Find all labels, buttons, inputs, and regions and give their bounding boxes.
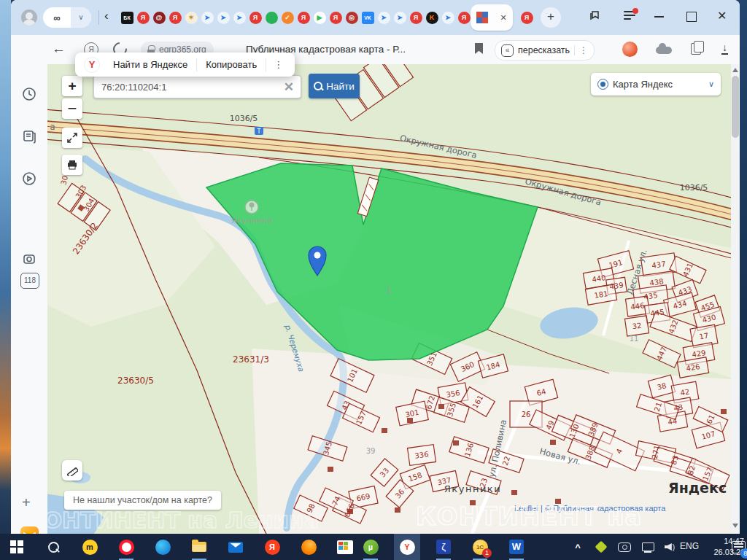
screenshot-icon[interactable] — [21, 251, 37, 267]
cadastral-map[interactable]: Т 30330430123630/223630/523631/311914374… — [47, 64, 740, 534]
video-icon[interactable] — [21, 171, 37, 187]
find-button[interactable]: Найти — [309, 74, 360, 98]
tab-strip[interactable]: БКЯ@Я✶➤➤➤Я✓Я▶Я◎VK➤➤ЯK➤Я — [119, 6, 472, 29]
window-close-button[interactable]: ✕ — [717, 9, 727, 23]
tab-favicon[interactable]: Я — [167, 6, 183, 29]
scroll-up-arrow[interactable] — [732, 68, 738, 72]
notification-center-icon[interactable]: 8 — [729, 538, 747, 556]
taskbar-search-icon[interactable] — [44, 538, 62, 556]
menu-item-copy[interactable]: Копировать — [197, 59, 266, 70]
tab-favicon[interactable]: ➤ — [440, 6, 456, 29]
tab-favicon[interactable] — [263, 6, 279, 29]
tab-favicon[interactable]: Я — [408, 6, 424, 29]
profile-avatar[interactable] — [21, 9, 37, 26]
microsoft-store-icon[interactable] — [336, 538, 354, 556]
mercury-app-icon[interactable]: m — [81, 538, 98, 556]
window-minimize-button[interactable] — [654, 16, 664, 18]
taskbar: m Я µ Y ζ 1С 1 W ^ ) ENG 14:47 26.03.202… — [0, 534, 747, 560]
retell-menu-icon[interactable]: ⋮ — [579, 45, 588, 55]
tab-scroll-left-button[interactable]: ‹ — [104, 9, 109, 23]
tab-favicon[interactable]: ▶ — [311, 6, 328, 29]
tab-favicon[interactable]: Я — [295, 6, 311, 29]
menu-more-icon[interactable]: ⋮ — [266, 59, 290, 70]
mail-app-icon[interactable] — [227, 538, 244, 556]
window-maximize-button[interactable] — [686, 12, 697, 22]
tab-favicon[interactable]: ◎ — [344, 6, 360, 29]
measure-button[interactable] — [62, 460, 82, 481]
tab-favicon[interactable]: Я — [135, 6, 151, 29]
tab-favicon[interactable]: Я — [328, 6, 344, 29]
yandex-browser-icon[interactable]: Y — [398, 538, 416, 556]
map-canvas: Т — [47, 64, 731, 534]
side-panels-icon[interactable] — [589, 9, 600, 23]
opera-icon[interactable] — [117, 538, 135, 556]
edge-icon[interactable] — [154, 538, 171, 556]
parcel-search-input[interactable] — [94, 82, 277, 93]
tab-favicon[interactable]: ✶ — [183, 6, 199, 29]
zoom-out-button[interactable]: − — [62, 98, 82, 119]
tab-favicon[interactable]: @ — [151, 6, 167, 29]
start-button[interactable] — [8, 538, 26, 556]
tab-favicon[interactable]: VK — [360, 6, 376, 29]
tabbar-divider — [98, 10, 99, 25]
sidebar-add-icon[interactable]: + — [22, 494, 31, 511]
file-explorer-icon[interactable] — [190, 538, 208, 556]
tab-favicon[interactable]: БК — [119, 6, 135, 29]
tray-expand-icon[interactable]: ^ — [569, 538, 587, 556]
language-indicator[interactable]: ENG — [680, 541, 699, 551]
tab-counter-icon[interactable]: 118 — [20, 273, 39, 289]
chevron-down-icon[interactable]: ∨ — [71, 7, 91, 28]
new-tab-button[interactable]: + — [541, 7, 561, 28]
word-icon[interactable]: W — [508, 538, 525, 556]
collections-icon[interactable] — [691, 43, 701, 55]
tab-favicon[interactable]: ✓ — [279, 6, 295, 29]
page-scrollbar[interactable] — [731, 64, 740, 534]
tab-favicon[interactable]: ➤ — [376, 6, 392, 29]
tab-favicon[interactable]: ➤ — [215, 6, 231, 29]
notification-badge: 8 — [740, 548, 747, 559]
parcel-search-box[interactable]: ✕ — [93, 75, 301, 98]
tab-favicon[interactable]: ➤ — [199, 6, 215, 29]
utorrent-icon[interactable]: µ — [362, 538, 379, 556]
tab-favicon[interactable]: Я — [456, 6, 472, 29]
transit-stop-icon: Т — [255, 127, 263, 135]
bookmark-flag-icon[interactable] — [475, 43, 483, 54]
tab-yandex[interactable]: Я — [519, 6, 535, 29]
not-found-button[interactable]: Не нашли участок/дом на карте? — [64, 491, 221, 510]
alice-assistant-icon[interactable] — [622, 42, 638, 57]
tab-favicon[interactable]: K — [424, 6, 440, 29]
selection-context-menu: Y Найти в Яндексе Копировать ⋮ — [75, 52, 295, 77]
tab-group-pill[interactable]: ∞ ∨ — [43, 7, 91, 28]
swan-app-icon[interactable]: ζ — [435, 538, 452, 556]
fullscreen-button[interactable] — [62, 128, 82, 148]
yandex-app-icon[interactable]: Я — [263, 538, 281, 556]
downloads-icon[interactable]: ↓ — [721, 42, 728, 55]
active-tab[interactable]: ✕ — [471, 4, 513, 31]
firefox-icon[interactable] — [300, 538, 317, 556]
feed-icon[interactable] — [21, 128, 37, 144]
1c-app-icon[interactable]: 1С 1 — [471, 538, 489, 556]
tray-recorder-icon[interactable] — [616, 538, 633, 556]
history-icon[interactable] — [21, 86, 37, 102]
tab-favicon[interactable]: ➤ — [392, 6, 408, 29]
tab-favicon[interactable]: Я — [247, 6, 263, 29]
nav-back-button[interactable]: ← — [52, 41, 66, 57]
desktop: ∞ ∨ ‹ БКЯ@Я✶➤➤➤Я✓Я▶Я◎VK➤➤ЯK➤Я ✕ Я + ✕ ← … — [0, 0, 747, 560]
browser-menu-icon[interactable] — [624, 11, 635, 20]
tray-diamond-icon[interactable] — [592, 538, 610, 556]
retell-button[interactable]: « пересказать ⋮ — [495, 40, 595, 61]
map-attribution[interactable]: Leaflet | © Публичная кадастровая карта — [514, 504, 665, 513]
menu-item-search-yandex[interactable]: Найти в Яндексе — [104, 59, 196, 70]
scroll-down-arrow[interactable] — [732, 524, 738, 528]
zoom-in-button[interactable]: + — [62, 76, 82, 96]
network-icon[interactable] — [639, 538, 657, 556]
tab-favicon[interactable]: ➤ — [231, 6, 247, 29]
scroll-thumb[interactable] — [732, 76, 739, 138]
find-button-label: Найти — [326, 81, 355, 92]
clear-search-icon[interactable]: ✕ — [277, 79, 301, 95]
cloud-icon[interactable] — [656, 47, 672, 54]
volume-icon[interactable]: ) — [661, 538, 678, 556]
print-button[interactable] — [62, 155, 82, 175]
map-layer-select[interactable]: Карта Яндекс ∨ — [591, 73, 721, 96]
close-tab-icon[interactable]: ✕ — [500, 13, 507, 23]
